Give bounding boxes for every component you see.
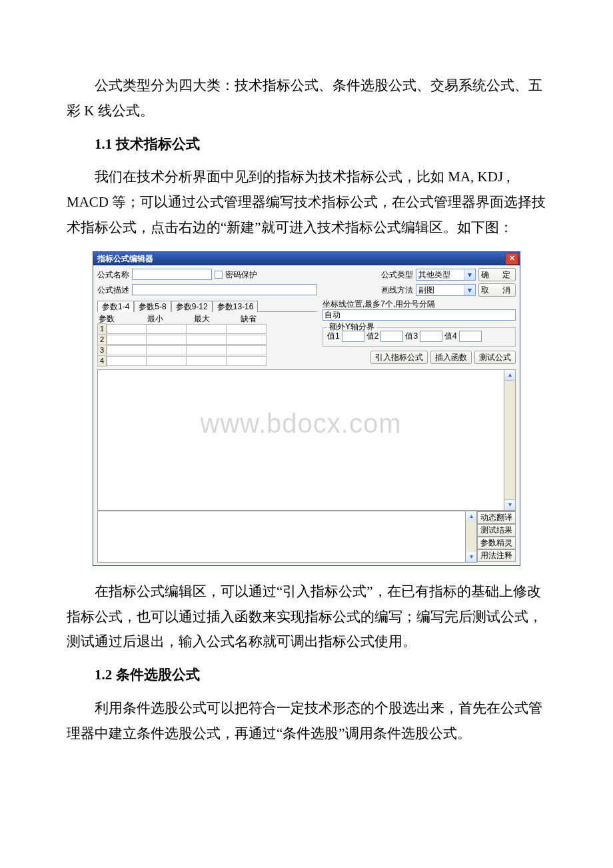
- coord-input[interactable]: [322, 309, 516, 321]
- draw-label: 画线方法: [381, 286, 413, 294]
- formula-editor-window: 指标公式编辑器 ✕ 公式名称 密码保护 公式类型 其他类型 ▾ 确 定 公式描述: [93, 251, 520, 566]
- paragraph-after-figure: 在指标公式编辑区，可以通过“引入指标公式”，在已有指标的基础上修改指标公式，也可…: [67, 579, 546, 655]
- scroll-up-icon[interactable]: ▴: [466, 511, 476, 521]
- scroll-down-icon[interactable]: ▾: [504, 499, 515, 510]
- val2-label: 值2: [366, 332, 379, 340]
- test-formula-button[interactable]: 测试公式: [474, 351, 516, 364]
- paragraph-1-1: 我们在技术分析界面中见到的指标为技术指标公式，比如 MA, KDJ , MACD…: [67, 165, 546, 240]
- param-name-cell[interactable]: [107, 335, 147, 345]
- chevron-down-icon: ▾: [464, 285, 475, 295]
- intro-paragraph: 公式类型分为四大类：技术指标公式、条件选股公式、交易系统公式、五彩 K 线公式。: [67, 73, 546, 124]
- tab-params-5-8[interactable]: 参数5-8: [134, 301, 171, 312]
- param-header-max: 最大: [179, 315, 225, 323]
- type-value: 其他类型: [418, 271, 464, 279]
- draw-value: 副图: [418, 286, 464, 294]
- param-min-cell[interactable]: [147, 356, 187, 366]
- val1-input[interactable]: [342, 331, 364, 342]
- param-max-cell[interactable]: [187, 335, 227, 345]
- scroll-down-icon[interactable]: ▾: [466, 552, 476, 562]
- param-header-default: 缺省: [225, 315, 272, 323]
- param-max-cell[interactable]: [187, 324, 227, 334]
- extra-y-legend: 额外Y轴分界: [327, 323, 376, 331]
- param-min-cell[interactable]: [147, 324, 187, 334]
- val3-input[interactable]: [420, 331, 442, 342]
- test-result-button[interactable]: 测试结果: [477, 524, 516, 537]
- name-label: 公式名称: [97, 271, 129, 279]
- ok-button[interactable]: 确 定: [478, 268, 516, 281]
- titlebar: 指标公式编辑器 ✕: [93, 252, 520, 265]
- password-checkbox[interactable]: [215, 271, 223, 279]
- row-index: 1: [97, 323, 107, 335]
- extra-y-fieldset: 额外Y轴分界 值1 值2 值3 值4: [322, 327, 516, 347]
- cancel-button[interactable]: 取 消: [478, 283, 516, 297]
- scroll-up-icon[interactable]: ▴: [504, 370, 515, 381]
- heading-1-2: 1.2 条件选股公式: [67, 663, 546, 688]
- param-max-cell[interactable]: [187, 356, 227, 366]
- param-tabs: 参数1-4 参数5-8 参数9-12 参数13-16: [97, 300, 317, 312]
- paragraph-1-2: 利用条件选股公式可以把符合一定技术形态的个股选出来，首先在公式管理器中建立条件选…: [67, 696, 546, 747]
- val4-label: 值4: [444, 332, 457, 340]
- desc-label: 公式描述: [97, 286, 129, 294]
- val3-label: 值3: [405, 332, 418, 340]
- row-index: 3: [97, 345, 107, 356]
- editor-scrollbar[interactable]: ▴ ▾: [504, 370, 516, 511]
- window-title: 指标公式编辑器: [97, 255, 505, 263]
- dynamic-translate-button[interactable]: 动态翻译: [477, 511, 516, 524]
- param-default-cell[interactable]: [227, 335, 267, 345]
- draw-method-select[interactable]: 副图 ▾: [416, 284, 476, 296]
- param-name-cell[interactable]: [107, 345, 147, 355]
- param-default-cell[interactable]: [227, 324, 267, 334]
- formula-type-select[interactable]: 其他类型 ▾: [416, 269, 476, 281]
- param-max-cell[interactable]: [187, 345, 227, 355]
- param-header-min: 最小: [132, 315, 179, 323]
- param-row: 3: [97, 345, 317, 356]
- param-row: 4: [97, 356, 317, 367]
- output-pane[interactable]: [97, 511, 466, 563]
- param-row: 1: [97, 324, 317, 335]
- val2-input[interactable]: [380, 331, 403, 342]
- row-index: 4: [97, 355, 107, 367]
- param-default-cell[interactable]: [227, 345, 267, 355]
- chevron-down-icon: ▾: [464, 269, 475, 280]
- password-label: 密码保护: [225, 271, 257, 279]
- param-min-cell[interactable]: [147, 335, 187, 345]
- type-label: 公式类型: [381, 271, 413, 279]
- heading-1-1: 1.1 技术指标公式: [67, 132, 546, 157]
- import-formula-button[interactable]: 引入指标公式: [370, 351, 428, 364]
- tab-params-1-4[interactable]: 参数1-4: [97, 301, 134, 312]
- formula-desc-input[interactable]: [132, 284, 317, 295]
- param-row: 2: [97, 335, 317, 345]
- watermark-text: www.bdocx.com: [201, 410, 402, 437]
- param-wizard-button[interactable]: 参数精灵: [477, 537, 516, 549]
- coord-label: 坐标线位置,最多7个,用分号分隔: [322, 299, 435, 309]
- param-min-cell[interactable]: [147, 345, 187, 355]
- param-header-name: 参数: [97, 315, 132, 323]
- formula-code-editor[interactable]: www.bdocx.com: [97, 370, 504, 511]
- tab-params-13-16[interactable]: 参数13-16: [213, 301, 259, 312]
- formula-name-input[interactable]: [132, 269, 212, 280]
- param-table: 参数 最小 最大 缺省 1 2: [97, 313, 317, 367]
- param-name-cell[interactable]: [107, 356, 147, 366]
- insert-function-button[interactable]: 插入函数: [430, 351, 472, 364]
- output-scrollbar[interactable]: ▴ ▾: [466, 511, 477, 563]
- val1-label: 值1: [327, 332, 340, 340]
- val4-input[interactable]: [459, 331, 482, 342]
- row-index: 2: [97, 334, 107, 345]
- param-default-cell[interactable]: [227, 356, 267, 366]
- usage-note-button[interactable]: 用法注释: [477, 549, 516, 562]
- close-icon[interactable]: ✕: [505, 253, 518, 265]
- param-name-cell[interactable]: [107, 324, 147, 334]
- tab-params-9-12[interactable]: 参数9-12: [171, 301, 213, 312]
